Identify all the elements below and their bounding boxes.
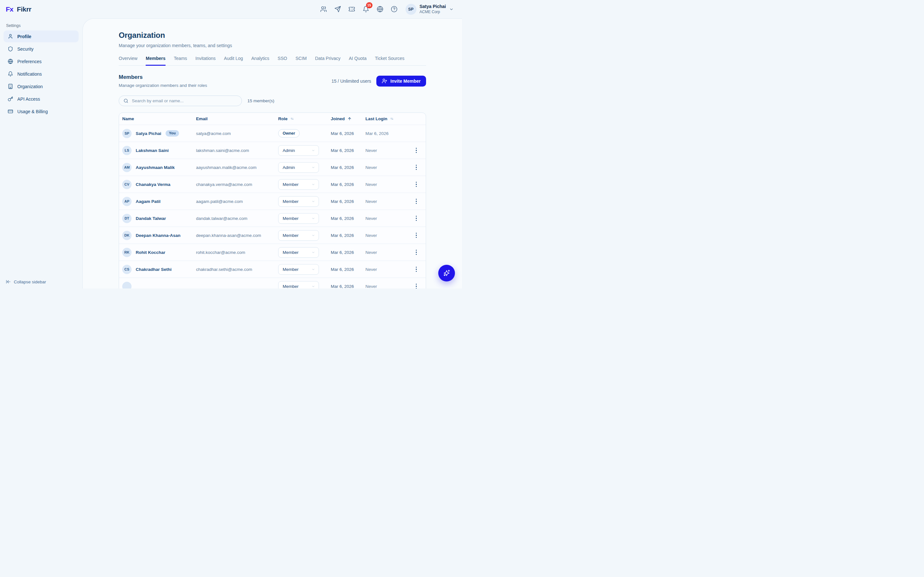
arrow-left-to-line-icon (6, 279, 11, 284)
column-header-role[interactable]: Role (278, 116, 331, 121)
user-icon (8, 34, 13, 39)
user-menu[interactable]: SP Satya Pichai ACME Corp (405, 4, 454, 15)
role-select[interactable]: Member (278, 264, 319, 275)
member-last-login: Never (365, 267, 377, 272)
tab-overview[interactable]: Overview (119, 56, 137, 66)
tab-invitations[interactable]: Invitations (195, 56, 216, 66)
member-joined-date: Mar 6, 2026 (331, 165, 354, 170)
tab-members[interactable]: Members (145, 56, 165, 66)
sidebar-section-label: Settings (6, 23, 82, 28)
tab-data-privacy[interactable]: Data Privacy (315, 56, 341, 66)
tab-teams[interactable]: Teams (174, 56, 187, 66)
member-last-login: Never (365, 148, 377, 153)
building-icon (8, 84, 13, 89)
brand-logo-mark: Fx (6, 5, 13, 13)
tab-audit-log[interactable]: Audit Log (224, 56, 243, 66)
member-name: Dandak Talwar (136, 216, 166, 221)
sidebar-item-label: Preferences (17, 59, 41, 64)
sidebar-item-organization[interactable]: Organization (3, 81, 79, 92)
chevron-down-icon (312, 268, 315, 271)
role-select[interactable]: Member (278, 281, 319, 289)
tab-ticket-sources[interactable]: Ticket Sources (375, 56, 405, 66)
member-last-login: Never (365, 165, 377, 170)
member-avatar: LS (122, 146, 132, 155)
row-menu-button[interactable] (415, 266, 418, 274)
column-header-email: Email (196, 116, 278, 121)
sidebar-item-usage-billing[interactable]: Usage & Billing (3, 105, 79, 117)
table-row: APAagam Patilaagam.patil@acme.comMemberM… (119, 193, 426, 210)
row-menu-button[interactable] (415, 231, 418, 239)
row-menu-button[interactable] (415, 214, 418, 222)
member-name: Rohit Kocchar (136, 250, 165, 255)
table-row: DKDeepan Khanna-Asandeepan.khanna-asan@a… (119, 227, 426, 243)
sparkles-icon (443, 269, 451, 277)
shield-icon (8, 46, 13, 52)
member-search[interactable] (119, 95, 242, 106)
tab-sso[interactable]: SSO (278, 56, 287, 66)
role-select[interactable]: Member (278, 247, 319, 258)
member-name: Lakshman Saini (136, 148, 169, 153)
bell-icon (8, 71, 13, 77)
help-icon[interactable] (388, 3, 401, 15)
table-row: MemberMar 6, 2026Never (119, 277, 426, 288)
sidebar-item-notifications[interactable]: Notifications (3, 68, 79, 80)
table-row: SPSatya PichaiYousatya@acme.comOwnerMar … (119, 125, 426, 142)
send-icon[interactable] (332, 3, 344, 15)
role-select[interactable]: Member (278, 230, 319, 241)
row-menu-button[interactable] (415, 147, 418, 155)
member-avatar: RK (122, 248, 132, 257)
row-menu-button[interactable] (415, 248, 418, 256)
globe-icon (8, 59, 13, 64)
row-menu-button[interactable] (415, 282, 418, 288)
notification-count-badge: 15 (366, 2, 373, 8)
sidebar-item-api-access[interactable]: API Access (3, 93, 79, 105)
member-name: Chanakya Verma (136, 182, 170, 187)
member-joined-date: Mar 6, 2026 (331, 250, 354, 255)
row-menu-button[interactable] (415, 197, 418, 205)
column-header-last-login[interactable]: Last Login (365, 116, 407, 121)
chevron-down-icon (449, 7, 454, 11)
role-select[interactable]: Member (278, 196, 319, 207)
row-menu-button[interactable] (415, 163, 418, 171)
ai-assistant-fab[interactable] (438, 265, 455, 282)
org-members-icon[interactable] (318, 3, 330, 15)
invite-member-button[interactable]: Invite Member (376, 76, 426, 87)
collapse-sidebar-button[interactable]: Collapse sidebar (6, 279, 46, 284)
sidebar-item-profile[interactable]: Profile (3, 31, 79, 42)
column-header-joined[interactable]: Joined (331, 116, 365, 121)
chevron-down-icon (312, 166, 315, 169)
role-select[interactable]: Member (278, 179, 319, 190)
notifications-bell-icon[interactable]: 15 (360, 3, 372, 15)
role-select[interactable]: Member (278, 213, 319, 224)
tab-scim[interactable]: SCIM (296, 56, 307, 66)
member-email: chakradhar.sethi@acme.com (196, 267, 252, 272)
table-row: CVChanakya Vermachanakya.verma@acme.comM… (119, 176, 426, 193)
member-name: Aagam Patil (136, 199, 160, 204)
user-usage-count: 15 / Unlimited users (331, 79, 371, 84)
brand[interactable]: Fx Fikrr (6, 5, 31, 13)
brand-name: Fikrr (17, 5, 31, 13)
role-select[interactable]: Admin (278, 162, 319, 173)
sidebar-item-label: Notifications (17, 71, 42, 77)
sidebar-item-preferences[interactable]: Preferences (3, 55, 79, 67)
key-icon (8, 96, 13, 102)
member-last-login: Never (365, 182, 377, 187)
member-avatar: SP (122, 129, 132, 138)
globe-icon[interactable] (374, 3, 386, 15)
row-menu-button[interactable] (415, 181, 418, 189)
search-input[interactable] (131, 98, 237, 103)
tab-bar: OverviewMembersTeamsInvitationsAudit Log… (119, 56, 426, 66)
sidebar-item-security[interactable]: Security (3, 43, 79, 55)
main-panel: Organization Manage your organization me… (82, 18, 462, 288)
member-last-login: Mar 6, 2026 (365, 131, 389, 136)
tab-ai-quota[interactable]: AI Quota (349, 56, 367, 66)
table-row: CSChakradhar Sethichakradhar.sethi@acme.… (119, 261, 426, 277)
member-last-login: Never (365, 233, 377, 238)
tickets-icon[interactable] (346, 3, 358, 15)
role-select[interactable]: Admin (278, 145, 319, 156)
sidebar: Settings ProfileSecurityPreferencesNotif… (0, 18, 82, 288)
member-count-label: 15 member(s) (247, 98, 274, 103)
tab-analytics[interactable]: Analytics (251, 56, 269, 66)
member-email: aagam.patil@acme.com (196, 199, 243, 204)
table-header-row: NameEmailRoleJoinedLast Login (119, 113, 426, 125)
